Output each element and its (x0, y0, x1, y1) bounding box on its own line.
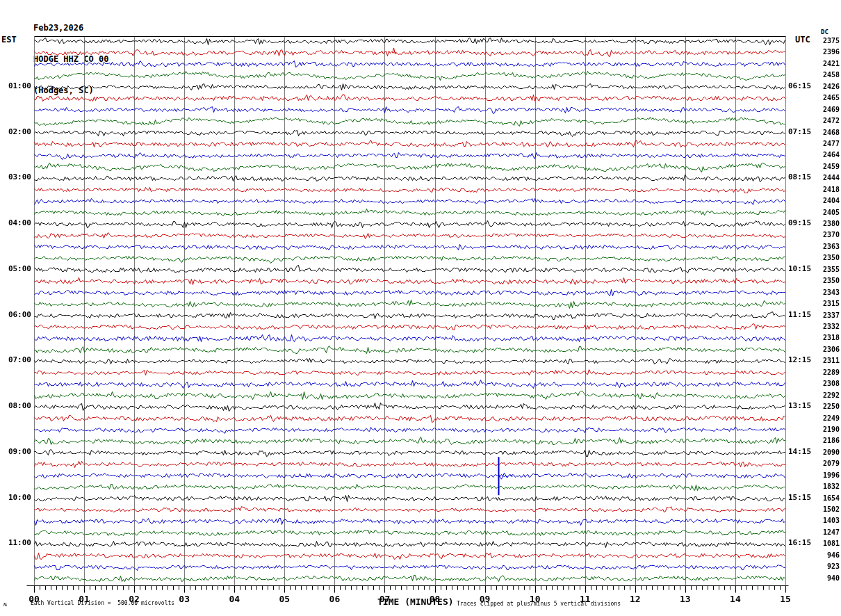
dc-value-label: 946 (813, 551, 840, 559)
dc-value-label: 2315 (813, 300, 840, 307)
dc-value-label: 2396 (813, 48, 840, 56)
dc-value-label: 2472 (813, 117, 840, 124)
x-axis-title: TIME (MINUTES) (377, 597, 454, 607)
dc-value-label: 2477 (813, 140, 840, 147)
dc-value-label: 2404 (813, 197, 840, 204)
dc-value-label: 2343 (813, 289, 840, 296)
est-time-label: 02:00 (0, 127, 31, 136)
dc-value-label: 2190 (813, 425, 840, 433)
clipping-note: Traces clipped at plus/minus 5 vertical … (457, 601, 621, 607)
vertical-division-note: Each Vertical Division = 500.00 microvol… (31, 600, 174, 606)
dc-value-label: 2363 (813, 243, 840, 250)
dc-value-label: 2318 (813, 334, 840, 341)
dc-value-label: 1502 (813, 505, 840, 513)
dc-value-label: 2306 (813, 346, 840, 353)
dc-value-label: 1832 (813, 483, 840, 490)
dc-value-label: 2375 (813, 37, 840, 44)
dc-value-label: 2250 (813, 403, 840, 410)
x-axis-tick-label: 06 (324, 594, 345, 604)
seismogram-plot (0, 0, 841, 616)
dc-value-label: 2464 (813, 151, 840, 159)
est-time-label: 08:00 (0, 401, 31, 410)
dc-value-label: 1996 (813, 471, 840, 479)
dc-value-label: 2090 (813, 448, 840, 456)
dc-value-label: 2332 (813, 323, 840, 330)
dc-value-label: 2292 (813, 391, 840, 399)
est-time-label: 01:00 (0, 81, 31, 90)
est-time-label: 09:00 (0, 447, 31, 456)
dc-value-label: 2355 (813, 266, 840, 273)
dc-value-label: 2458 (813, 71, 840, 79)
x-axis-tick-label: 15 (775, 594, 796, 604)
dc-value-label: 2421 (813, 60, 840, 67)
dc-value-label: 2468 (813, 129, 840, 136)
dc-value-label: 2350 (813, 254, 840, 261)
dc-value-label: 2465 (813, 94, 840, 102)
dc-value-label: 1654 (813, 494, 840, 502)
x-axis-tick-label: 03 (174, 594, 195, 604)
dc-value-label: 2186 (813, 437, 840, 444)
dc-value-label: 923 (813, 562, 840, 570)
dc-value-label: 2350 (813, 277, 840, 284)
dc-value-label: 2079 (813, 460, 840, 467)
x-axis-tick-label: 12 (625, 594, 646, 604)
dc-value-label: 2444 (813, 174, 840, 181)
dc-value-label: 940 (813, 574, 840, 582)
dc-value-label: 2469 (813, 106, 840, 113)
dc-value-label: 2426 (813, 83, 840, 90)
est-time-label: 05:00 (0, 264, 31, 273)
est-time-label: 04:00 (0, 218, 31, 227)
est-time-label: 03:00 (0, 172, 31, 181)
dc-value-label: 2311 (813, 357, 840, 364)
dc-value-label: 2418 (813, 186, 840, 193)
est-time-label: 11:00 (0, 538, 31, 547)
x-axis-tick-label: 14 (725, 594, 746, 604)
est-time-label: 10:00 (0, 493, 31, 502)
dc-value-label: 2308 (813, 380, 840, 387)
dc-value-label: 2337 (813, 311, 840, 319)
dc-value-label: 2289 (813, 368, 840, 376)
est-time-label: 06:00 (0, 310, 31, 319)
dc-value-label: 1403 (813, 517, 840, 524)
x-axis-tick-label: 13 (675, 594, 696, 604)
est-time-label: 07:00 (0, 355, 31, 364)
corner-glyph: ʍ (3, 601, 7, 608)
dc-value-label: 2380 (813, 220, 840, 227)
dc-value-label: 1247 (813, 528, 840, 536)
dc-value-label: 2405 (813, 209, 840, 216)
x-axis-tick-label: 05 (274, 594, 295, 604)
dc-value-label: 2459 (813, 163, 840, 170)
x-axis-tick-label: 04 (224, 594, 245, 604)
dc-value-label: 2370 (813, 231, 840, 238)
dc-value-label: 2249 (813, 414, 840, 422)
dc-value-label: 1081 (813, 540, 840, 547)
